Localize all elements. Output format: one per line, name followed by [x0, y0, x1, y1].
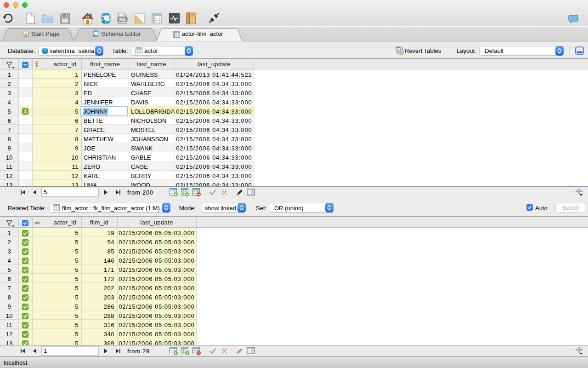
svg-text:SQL: SQL	[119, 17, 126, 22]
